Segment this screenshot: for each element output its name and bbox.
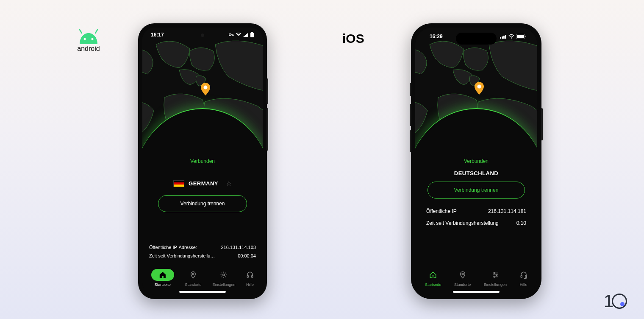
phone-side-button [410, 104, 411, 126]
home-icon [159, 271, 167, 279]
germany-flag-icon [173, 180, 184, 187]
ios-screen: 16:29 [415, 28, 537, 295]
bottom-nav: Startseite Standorte Einstellungen Hilfe [142, 265, 263, 295]
svg-rect-20 [525, 36, 526, 37]
info-row-ip: Öffentliche IP 216.131.114.181 [426, 205, 526, 217]
phone-side-button [541, 108, 543, 140]
nav-help[interactable]: Hilfe [246, 269, 254, 287]
location-pin-icon [475, 82, 484, 95]
android-phone-frame: 16:17 [138, 23, 267, 299]
nav-label: Hilfe [520, 283, 527, 287]
location-pin-icon [201, 83, 210, 95]
svg-line-1 [95, 30, 97, 33]
nav-help[interactable]: Hilfe [520, 269, 527, 287]
headset-icon [520, 271, 527, 279]
disconnect-button[interactable]: Verbindung trennen [158, 195, 247, 212]
connection-status-text: Verbunden [190, 158, 215, 164]
main-content: Verbunden DEUTSCHLAND Verbindung trennen… [415, 151, 537, 265]
camera-notch [201, 34, 204, 37]
time-label: Zeit seit Verbindungsherstellung [426, 220, 499, 226]
svg-point-22 [477, 85, 481, 89]
home-indicator[interactable] [453, 291, 500, 293]
nav-home[interactable]: Startseite [425, 269, 441, 287]
phone-side-button [410, 83, 411, 96]
status-icons [500, 34, 526, 39]
home-indicator[interactable] [179, 291, 226, 293]
android-screen: 16:17 [142, 28, 263, 295]
disconnect-button[interactable]: Verbindung trennen [427, 182, 525, 199]
signal-icon [243, 33, 248, 37]
nav-label: Standorte [454, 283, 471, 287]
bottom-nav: Startseite Standorte Einstellungen Hilfe [415, 265, 537, 295]
svg-rect-30 [521, 276, 522, 278]
ip-value: 216.131.114.103 [221, 245, 256, 250]
pin-icon [459, 271, 466, 279]
svg-point-25 [494, 272, 495, 274]
wifi-icon [236, 33, 242, 37]
info-row-time: Zeit seit Verbindungsherstellu… 00:00:04 [149, 252, 256, 260]
country-name: DEUTSCHLAND [454, 170, 498, 176]
nav-settings[interactable]: Einstellungen [484, 269, 507, 287]
ip-label: Öffentliche IP-Adresse: [149, 245, 197, 250]
dynamic-island [456, 33, 497, 45]
nav-label: Hilfe [246, 283, 254, 287]
headset-icon [246, 271, 254, 279]
svg-point-4 [229, 34, 231, 36]
svg-rect-12 [252, 276, 253, 278]
battery-icon [250, 32, 254, 38]
home-icon [429, 271, 437, 279]
android-label-text: android [77, 45, 100, 53]
svg-rect-14 [502, 36, 503, 39]
watermark-o-icon [612, 294, 627, 309]
phone-side-button [410, 130, 411, 152]
battery-icon [516, 34, 526, 39]
nav-label: Standorte [185, 283, 202, 287]
ios-os-label: iOS [342, 31, 364, 46]
pin-icon [189, 271, 197, 279]
svg-rect-31 [525, 276, 526, 278]
svg-point-3 [92, 38, 94, 40]
nav-home[interactable]: Startseite [151, 269, 174, 287]
svg-rect-15 [503, 36, 505, 39]
svg-line-0 [80, 30, 82, 33]
svg-point-8 [204, 86, 208, 90]
info-row-ip: Öffentliche IP-Adresse: 216.131.114.103 [149, 243, 256, 252]
svg-point-27 [496, 274, 497, 276]
svg-rect-13 [500, 37, 501, 39]
gear-icon [220, 271, 228, 279]
nav-label: Startseite [425, 283, 441, 287]
ip-value: 216.131.114.181 [488, 208, 526, 214]
ios-phone-frame: 16:29 [411, 23, 541, 299]
nav-label: Einstellungen [212, 283, 235, 287]
favorite-star-icon[interactable]: ☆ [226, 179, 232, 187]
svg-rect-6 [251, 32, 253, 33]
nav-label: Startseite [155, 283, 171, 287]
android-robot-icon [75, 29, 102, 44]
nav-locations[interactable]: Standorte [454, 269, 471, 287]
signal-icon [500, 34, 507, 39]
map-section[interactable] [142, 28, 263, 151]
nav-locations[interactable]: Standorte [185, 269, 202, 287]
nav-settings[interactable]: Einstellungen [212, 269, 235, 287]
connection-status-text: Verbunden [464, 158, 489, 164]
nav-label: Einstellungen [484, 283, 507, 287]
status-time: 16:17 [151, 32, 164, 38]
phone-side-button [266, 78, 268, 104]
svg-point-9 [192, 273, 194, 275]
svg-rect-16 [505, 35, 506, 39]
connection-info: Öffentliche IP-Adresse: 216.131.114.103 … [142, 243, 263, 265]
map-section[interactable] [415, 28, 537, 151]
info-row-time: Zeit seit Verbindungsherstellung 0:10 [426, 217, 526, 229]
main-content: Verbunden GERMANY ☆ Verbindung trennen Ö… [142, 151, 263, 265]
country-row[interactable]: GERMANY ☆ [173, 179, 232, 187]
phone-side-button [266, 108, 268, 151]
android-os-label: android [75, 29, 102, 53]
watermark-logo: 1 [604, 291, 627, 311]
svg-rect-11 [247, 276, 248, 278]
time-value: 0:10 [516, 220, 526, 226]
country-name: GERMANY [189, 180, 218, 187]
svg-point-29 [494, 276, 495, 277]
status-icons [229, 32, 254, 38]
svg-rect-5 [250, 33, 254, 37]
status-time: 16:29 [430, 34, 443, 39]
